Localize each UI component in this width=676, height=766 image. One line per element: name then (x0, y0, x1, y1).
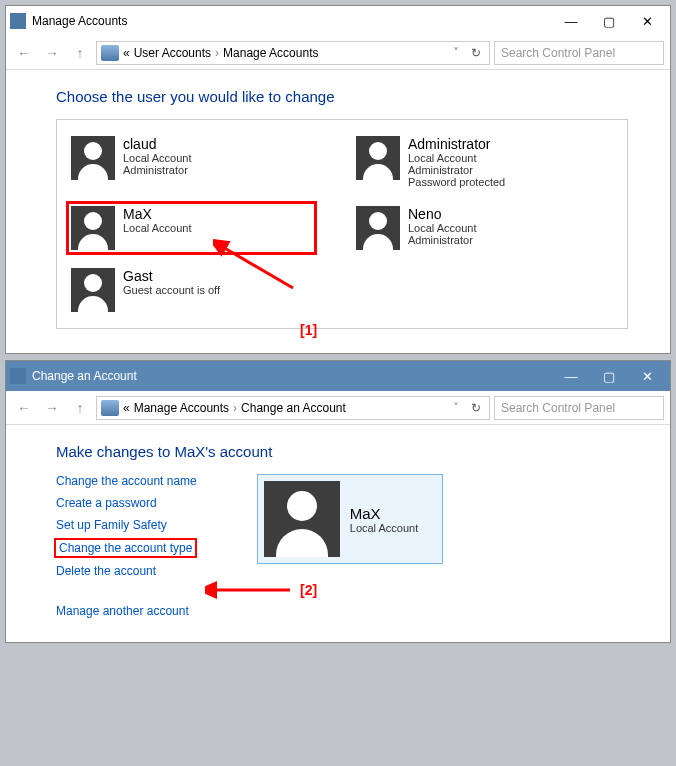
refresh-icon[interactable]: ↻ (467, 401, 485, 415)
account-tile[interactable]: GastGuest account is off (69, 266, 314, 314)
account-sub: Password protected (408, 176, 505, 188)
content-area: Choose the user you would like to change… (6, 70, 670, 353)
address-bar[interactable]: « User Accounts › Manage Accounts ˅ ↻ (96, 41, 490, 65)
titlebar[interactable]: Change an Account — ▢ ✕ (6, 361, 670, 391)
up-button[interactable]: ↑ (68, 396, 92, 420)
manage-another-link[interactable]: Manage another account (56, 604, 197, 618)
address-bar[interactable]: « Manage Accounts › Change an Account ˅ … (96, 396, 490, 420)
breadcrumb-item[interactable]: Change an Account (241, 401, 346, 415)
account-tile[interactable]: AdministratorLocal AccountAdministratorP… (354, 134, 599, 190)
account-tile[interactable]: NenoLocal AccountAdministrator (354, 204, 599, 252)
account-name: Administrator (408, 136, 505, 152)
avatar-icon (71, 136, 115, 180)
chevron-right-icon: › (215, 46, 219, 60)
nav-toolbar: ← → ↑ « User Accounts › Manage Accounts … (6, 36, 670, 70)
change-account-window: Change an Account — ▢ ✕ ← → ↑ « Manage A… (5, 360, 671, 643)
search-input[interactable]: Search Control Panel (494, 41, 664, 65)
action-link[interactable]: Change the account type (56, 540, 195, 556)
account-info: claudLocal AccountAdministrator (123, 136, 192, 176)
avatar-icon (356, 206, 400, 250)
account-info: MaX Local Account (350, 505, 419, 534)
up-button[interactable]: ↑ (68, 41, 92, 65)
avatar-icon (71, 268, 115, 312)
user-accounts-icon (101, 45, 119, 61)
back-button[interactable]: ← (12, 41, 36, 65)
minimize-button[interactable]: — (552, 364, 590, 388)
breadcrumb-prefix: « (123, 46, 130, 60)
minimize-button[interactable]: — (552, 9, 590, 33)
action-link[interactable]: Set up Family Safety (56, 518, 197, 532)
account-info: AdministratorLocal AccountAdministratorP… (408, 136, 505, 188)
account-name: Gast (123, 268, 220, 284)
breadcrumb-prefix: « (123, 401, 130, 415)
action-link[interactable]: Create a password (56, 496, 197, 510)
window-title: Change an Account (32, 369, 137, 383)
account-sub: Local Account (408, 222, 477, 234)
window-title: Manage Accounts (32, 14, 127, 28)
chevron-down-icon[interactable]: ˅ (449, 46, 463, 60)
account-name: MaX (350, 505, 419, 522)
nav-toolbar: ← → ↑ « Manage Accounts › Change an Acco… (6, 391, 670, 425)
breadcrumb-item[interactable]: Manage Accounts (223, 46, 318, 60)
chevron-down-icon[interactable]: ˅ (449, 401, 463, 415)
account-sub: Administrator (123, 164, 192, 176)
page-heading: Choose the user you would like to change (56, 88, 628, 105)
account-sub: Local Account (123, 152, 192, 164)
account-name: Neno (408, 206, 477, 222)
manage-accounts-window: Manage Accounts — ▢ ✕ ← → ↑ « User Accou… (5, 5, 671, 354)
account-info: NenoLocal AccountAdministrator (408, 206, 477, 246)
account-name: MaX (123, 206, 192, 222)
close-button[interactable]: ✕ (628, 364, 666, 388)
account-sub: Administrator (408, 164, 505, 176)
account-tile[interactable]: claudLocal AccountAdministrator (69, 134, 314, 190)
forward-button[interactable]: → (40, 396, 64, 420)
refresh-icon[interactable]: ↻ (467, 46, 485, 60)
close-button[interactable]: ✕ (628, 9, 666, 33)
maximize-button[interactable]: ▢ (590, 9, 628, 33)
account-sub: Local Account (408, 152, 505, 164)
chevron-right-icon: › (233, 401, 237, 415)
account-info: MaXLocal Account (123, 206, 192, 234)
app-icon (10, 368, 26, 384)
account-name: claud (123, 136, 192, 152)
selected-account-card[interactable]: MaX Local Account (257, 474, 444, 564)
account-sub: Administrator (408, 234, 477, 246)
account-sub: Local Account (123, 222, 192, 234)
page-heading: Make changes to MaX's account (56, 443, 628, 460)
action-link[interactable]: Change the account name (56, 474, 197, 488)
user-accounts-icon (101, 400, 119, 416)
maximize-button[interactable]: ▢ (590, 364, 628, 388)
avatar-icon (71, 206, 115, 250)
breadcrumb-item[interactable]: Manage Accounts (134, 401, 229, 415)
app-icon (10, 13, 26, 29)
accounts-list: claudLocal AccountAdministratorAdministr… (56, 119, 628, 329)
search-input[interactable]: Search Control Panel (494, 396, 664, 420)
action-links: Change the account nameCreate a password… (56, 474, 197, 618)
titlebar[interactable]: Manage Accounts — ▢ ✕ (6, 6, 670, 36)
content-area: Make changes to MaX's account Change the… (6, 425, 670, 642)
account-type: Local Account (350, 522, 419, 534)
account-sub: Guest account is off (123, 284, 220, 296)
breadcrumb-item[interactable]: User Accounts (134, 46, 211, 60)
avatar-icon (264, 481, 340, 557)
avatar-icon (356, 136, 400, 180)
account-tile[interactable]: MaXLocal Account (69, 204, 314, 252)
action-link[interactable]: Delete the account (56, 564, 197, 578)
forward-button[interactable]: → (40, 41, 64, 65)
account-info: GastGuest account is off (123, 268, 220, 296)
back-button[interactable]: ← (12, 396, 36, 420)
